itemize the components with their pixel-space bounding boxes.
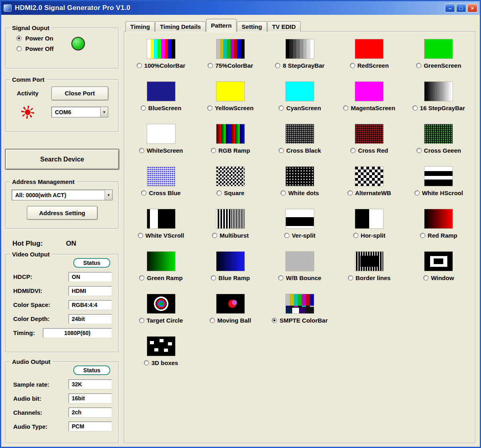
address-select[interactable]: All: 0000(with ACT) ▼ xyxy=(12,190,113,200)
power-off-option[interactable]: Power Off xyxy=(16,45,54,52)
pattern-radio-smpte[interactable] xyxy=(272,318,277,323)
pattern-item-greenramp[interactable]: Green Ramp xyxy=(126,252,196,281)
pattern-item-green[interactable]: GreenScreen xyxy=(404,39,473,69)
pattern-option: GreenScreen xyxy=(416,62,461,69)
pattern-radio-crossblack[interactable] xyxy=(279,148,284,153)
pattern-label: Target Circle xyxy=(147,317,183,324)
power-status-led xyxy=(71,37,85,50)
pattern-radio-multiburst[interactable] xyxy=(212,233,217,238)
pattern-option: 16 StepGrayBar xyxy=(412,105,465,111)
com-port-select[interactable]: COM6 ▼ xyxy=(51,107,108,117)
pattern-item-yellow[interactable]: YellowScreen xyxy=(196,82,265,111)
pattern-item-redramp[interactable]: Red Ramp xyxy=(404,209,473,239)
pattern-item-crossblack[interactable]: Cross Black xyxy=(265,124,334,154)
pattern-radio-whitevscroll[interactable] xyxy=(138,233,143,238)
pattern-radio-redramp[interactable] xyxy=(420,233,425,238)
pattern-item-blueramp[interactable]: Blue Ramp xyxy=(196,252,265,281)
pattern-radio-window[interactable] xyxy=(423,275,428,281)
pattern-item-window[interactable]: Window xyxy=(404,252,473,281)
tab-pattern[interactable]: Pattern xyxy=(206,19,236,32)
audio-status-button[interactable]: Status xyxy=(73,365,110,375)
pattern-radio-greenramp[interactable] xyxy=(139,275,144,281)
pattern-radio-targetcircle[interactable] xyxy=(139,318,144,323)
pattern-item-magenta[interactable]: MagentaScreen xyxy=(335,82,404,111)
search-device-button[interactable]: Search Device xyxy=(5,149,119,170)
close-icon[interactable]: × xyxy=(467,4,477,12)
pattern-radio-red[interactable] xyxy=(350,63,355,68)
pattern-radio-movingball[interactable] xyxy=(210,318,215,323)
chevron-down-icon[interactable]: ▼ xyxy=(105,190,112,200)
pattern-radio-blueramp[interactable] xyxy=(211,275,216,281)
pattern-item-rgbramp[interactable]: RGB Ramp xyxy=(196,124,265,154)
address-setting-button[interactable]: Address Setting xyxy=(27,206,97,220)
pattern-radio-gray8[interactable] xyxy=(275,63,280,68)
pattern-item-colorbar100[interactable]: 100%ColorBar xyxy=(126,39,196,69)
audio-type-row: Audio Type: PCM xyxy=(10,422,114,431)
pattern-item-gray16[interactable]: 16 StepGrayBar xyxy=(404,82,473,111)
pattern-radio-rgbramp[interactable] xyxy=(211,148,216,153)
title-bar[interactable]: HDMI2.0 Signal Generator Pro V1.0 – □ × xyxy=(1,1,480,15)
pattern-radio-gray16[interactable] xyxy=(412,105,418,111)
tab-tv-edid[interactable]: TV EDID xyxy=(267,21,301,32)
power-on-radio[interactable] xyxy=(16,36,22,41)
pattern-radio-colorbar75[interactable] xyxy=(208,63,213,68)
pattern-option: Ver-split xyxy=(284,232,315,239)
timing-row: Timing: 1080P(60) xyxy=(10,328,114,338)
pattern-item-wbbounce[interactable]: W/B Bounce xyxy=(265,252,334,281)
pattern-item-targetcircle[interactable]: Target Circle xyxy=(126,294,196,324)
pattern-radio-blue[interactable] xyxy=(141,105,146,111)
pattern-item-alternatewb[interactable]: AlternateWB xyxy=(335,167,404,196)
power-off-radio[interactable] xyxy=(16,46,22,51)
pattern-radio-magenta[interactable] xyxy=(343,105,348,111)
pattern-item-movingball[interactable]: Moving Ball xyxy=(196,294,265,324)
chevron-down-icon[interactable]: ▼ xyxy=(100,107,108,117)
pattern-radio-green[interactable] xyxy=(416,63,421,68)
pattern-radio-versplit[interactable] xyxy=(284,233,289,238)
pattern-item-cyan[interactable]: CyanScreen xyxy=(265,82,334,111)
pattern-radio-crossred[interactable] xyxy=(350,148,356,153)
pattern-radio-boxes3d[interactable] xyxy=(144,360,149,365)
pattern-item-whitedots[interactable]: White dots xyxy=(265,167,334,196)
pattern-item-whitevscroll[interactable]: White VScroll xyxy=(126,209,196,239)
pattern-radio-square[interactable] xyxy=(216,190,222,196)
pattern-radio-whitedots[interactable] xyxy=(281,190,286,196)
pattern-item-gray8[interactable]: 8 StepGrayBar xyxy=(265,39,334,69)
pattern-radio-whitehscroll[interactable] xyxy=(414,190,420,196)
minimize-icon[interactable]: – xyxy=(445,4,455,12)
pattern-item-crossblue[interactable]: Cross Blue xyxy=(126,167,196,196)
tab-timing-details[interactable]: Timing Details xyxy=(155,21,206,32)
pattern-item-versplit[interactable]: Ver-split xyxy=(265,209,334,239)
pattern-radio-horsplit[interactable] xyxy=(353,233,358,238)
pattern-item-horsplit[interactable]: Hor-split xyxy=(335,209,404,239)
pattern-item-multiburst[interactable]: Multiburst xyxy=(196,209,265,239)
pattern-radio-wbbounce[interactable] xyxy=(278,275,283,281)
pattern-item-borderlines[interactable]: Border lines xyxy=(335,252,404,281)
pattern-radio-alternatewb[interactable] xyxy=(348,190,353,196)
pattern-radio-borderlines[interactable] xyxy=(348,275,353,281)
pattern-item-crossred[interactable]: Cross Red xyxy=(335,124,404,154)
color-depth-label: Color Depth: xyxy=(13,315,50,322)
pattern-item-square[interactable]: Square xyxy=(196,167,265,196)
pattern-radio-white[interactable] xyxy=(139,148,144,153)
pattern-item-whitehscroll[interactable]: White HScrool xyxy=(404,167,473,196)
pattern-item-white[interactable]: WhiteScreen xyxy=(126,124,196,154)
pattern-item-boxes3d[interactable]: 3D boxes xyxy=(126,337,196,366)
pattern-item-blue[interactable]: BlueScreen xyxy=(126,82,196,111)
pattern-radio-crossgreen[interactable] xyxy=(416,148,422,153)
left-panel: Signal Ouput Power On Power Off xyxy=(5,19,119,444)
pattern-label: WhiteScreen xyxy=(147,147,183,154)
pattern-item-crossgreen[interactable]: Cross Geeen xyxy=(404,124,473,154)
pattern-radio-crossblue[interactable] xyxy=(141,190,146,196)
close-port-button[interactable]: Close Port xyxy=(51,87,108,100)
pattern-item-smpte[interactable]: SMPTE ColorBar xyxy=(265,294,334,324)
tab-timing[interactable]: Timing xyxy=(125,21,155,32)
pattern-radio-cyan[interactable] xyxy=(279,105,284,111)
maximize-icon[interactable]: □ xyxy=(456,4,466,12)
tab-setting[interactable]: Setting xyxy=(237,21,267,32)
pattern-item-red[interactable]: RedScreen xyxy=(335,39,404,69)
pattern-radio-yellow[interactable] xyxy=(207,105,212,111)
power-on-option[interactable]: Power On xyxy=(16,35,54,42)
pattern-item-colorbar75[interactable]: 75%ColorBar xyxy=(196,39,265,69)
video-status-button[interactable]: Status xyxy=(73,258,110,268)
pattern-radio-colorbar100[interactable] xyxy=(137,63,142,68)
